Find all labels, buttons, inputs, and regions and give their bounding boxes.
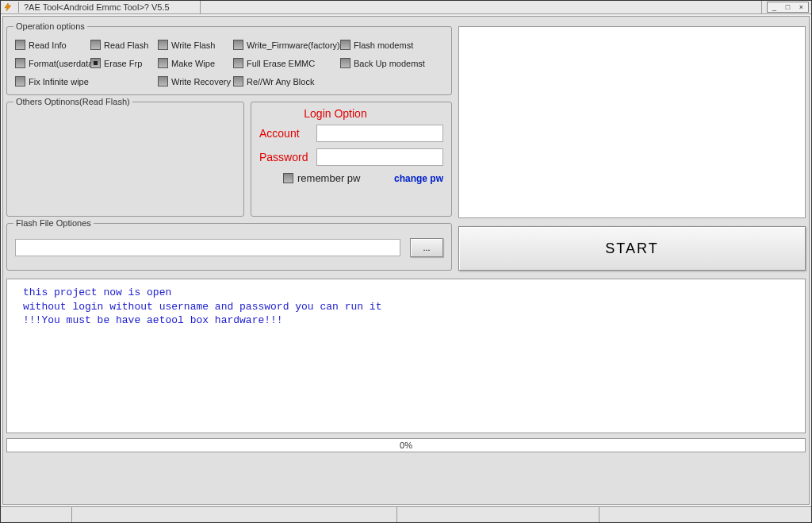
chk-write-firmware[interactable]: Write_Firmware(factory) [233, 40, 340, 50]
login-title: Login Option [228, 107, 443, 120]
minimize-button[interactable]: _ [768, 2, 781, 12]
password-input[interactable] [316, 148, 443, 166]
status-cell-4 [599, 507, 811, 522]
status-cell-2 [72, 507, 397, 522]
chk-erase-frp[interactable]: Erase Frp [90, 58, 158, 68]
titlebar-separator-3 [761, 1, 762, 14]
others-legend: Others Optinons(Read Flash) [13, 97, 132, 106]
status-cell-1 [1, 507, 72, 522]
chk-write-flash[interactable]: Write Flash [158, 40, 233, 50]
remember-pw-checkbox[interactable]: remember pw [283, 172, 360, 184]
change-pw-link[interactable]: change pw [394, 173, 443, 184]
app-icon [2, 2, 13, 13]
progress-bar: 0% [6, 438, 806, 452]
operation-legend: Operation options [13, 21, 87, 31]
maximize-button[interactable]: □ [781, 2, 795, 12]
chk-rewr-any-block[interactable]: Re//Wr Any Block [233, 76, 340, 87]
app-window: ?AE Tool<Android Emmc Tool>? V5.5 _ □ × … [0, 0, 812, 523]
password-label: Password [259, 151, 313, 163]
account-input[interactable] [316, 125, 443, 142]
log-area: this project now is open without login w… [6, 279, 806, 433]
flash-path-input[interactable] [15, 239, 400, 256]
chk-read-flash[interactable]: Read Flash [90, 40, 158, 50]
chk-write-recovery[interactable]: Write Recovery [158, 76, 233, 87]
progress-text: 0% [400, 440, 412, 450]
chk-read-info[interactable]: Read Info [15, 40, 90, 50]
titlebar-separator [18, 2, 19, 13]
status-bar [1, 506, 811, 522]
chk-fix-infinite-wipe[interactable]: Fix Infinite wipe [15, 76, 90, 87]
chk-backup-modemst[interactable]: Back Up modemst [340, 58, 435, 68]
titlebar-separator-2 [200, 1, 201, 14]
chk-format-userdata[interactable]: Format(userdata) [15, 58, 90, 68]
flash-file-group: Flash File Optiones ... [6, 223, 452, 271]
others-options-group: Others Optinons(Read Flash) [6, 102, 244, 217]
status-cell-3 [397, 507, 599, 522]
output-panel [458, 26, 806, 218]
flash-legend: Flash File Optiones [13, 218, 94, 228]
start-button[interactable]: START [458, 226, 806, 271]
browse-button[interactable]: ... [410, 238, 443, 257]
close-button[interactable]: × [795, 2, 808, 12]
chk-make-wipe[interactable]: Make Wipe [158, 58, 233, 68]
window-controls: _ □ × [767, 2, 809, 13]
chk-flash-modemst[interactable]: Flash modemst [340, 40, 435, 50]
login-panel: Login Option Account Password [251, 102, 452, 217]
account-label: Account [259, 127, 313, 140]
operation-options-group: Operation options Read Info Read Flash W… [6, 26, 452, 95]
content-area: Operation options Read Info Read Flash W… [2, 16, 810, 505]
window-title: ?AE Tool<Android Emmc Tool>? V5.5 [24, 2, 170, 12]
remember-pw-label: remember pw [297, 172, 360, 184]
chk-full-erase-emmc[interactable]: Full Erase EMMC [233, 58, 340, 68]
titlebar: ?AE Tool<Android Emmc Tool>? V5.5 _ □ × [1, 1, 811, 14]
